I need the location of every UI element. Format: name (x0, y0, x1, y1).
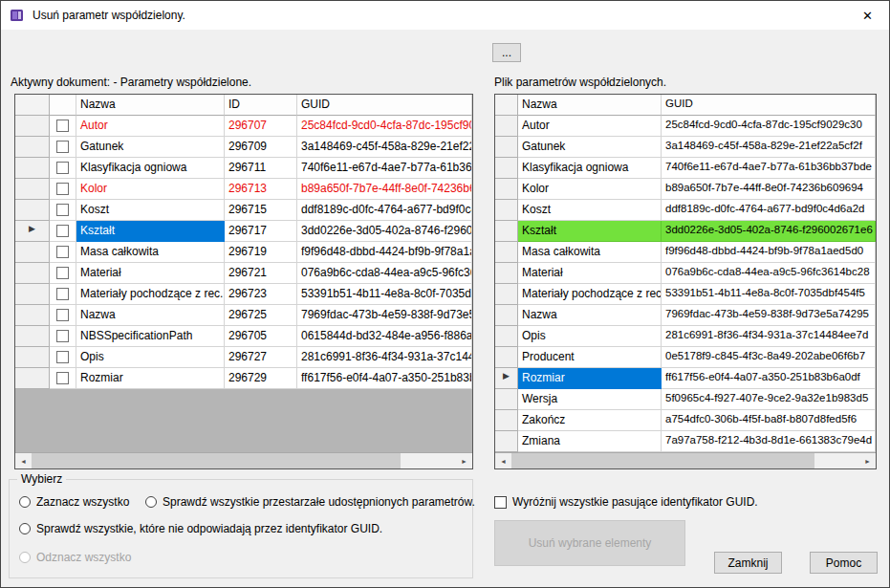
name-cell[interactable]: Materiał (518, 263, 662, 284)
table-row[interactable]: Opis296727281c6991-8f36-4f34-931a-37c144… (15, 347, 472, 368)
guid-cell[interactable]: 076a9b6c-cda8-44ea-a9c5-96fc3614bc28 (662, 263, 876, 284)
name-cell[interactable]: Materiały pochodzące z rec... (518, 284, 662, 305)
guid-cell[interactable]: 53391b51-4b11-4e8a-8c0f-7035dbf45... (297, 284, 472, 305)
name-cell[interactable]: Kolor (518, 179, 662, 200)
guid-cell[interactable]: 3a148469-c45f-458a-829e-21ef22a5cf2f (662, 137, 876, 158)
row-checkbox-cell[interactable] (50, 284, 76, 305)
guid-cell[interactable]: 7969fdac-473b-4e59-838f-9d73e5a74295 (662, 305, 876, 326)
row-header-cell[interactable] (495, 179, 518, 200)
guid-cell[interactable]: 25c84fcd-9cd0-4cfa-87dc-195cf9029c30 (662, 116, 876, 137)
id-cell[interactable]: 296705 (225, 326, 297, 347)
scrollbar-thumb[interactable] (511, 453, 814, 468)
guid-cell[interactable]: 3a148469-c45f-458a-829e-21ef22a5cf2f (297, 137, 472, 158)
row-header-cell[interactable] (15, 137, 50, 158)
guid-cell[interactable]: 7969fdac-473b-4e59-838f-9d73e5a74... (297, 305, 472, 326)
id-cell[interactable]: 296729 (225, 368, 297, 389)
table-row[interactable]: Nazwa2967257969fdac-473b-4e59-838f-9d73e… (15, 305, 472, 326)
row-checkbox[interactable] (56, 267, 69, 279)
table-row[interactable]: Autor25c84fcd-9cd0-4cfa-87dc-195cf9029c3… (495, 116, 876, 137)
table-row[interactable]: Materiały pochodzące z rec...53391b51-4b… (495, 284, 876, 305)
row-header-cell[interactable] (15, 284, 50, 305)
row-header-cell[interactable] (15, 116, 50, 137)
name-cell[interactable]: Rozmiar (76, 368, 225, 389)
row-header-cell[interactable] (495, 284, 518, 305)
table-row[interactable]: Materiał296721076a9b6c-cda8-44ea-a9c5-96… (15, 263, 472, 284)
left-horizontal-scrollbar[interactable]: ◄ ► (15, 452, 472, 468)
row-checkbox[interactable] (56, 351, 69, 363)
column-header-id[interactable]: ID (225, 95, 297, 116)
row-header-cell[interactable] (495, 158, 518, 179)
close-dialog-button[interactable]: Zamknij (714, 552, 782, 574)
id-cell[interactable]: 296727 (225, 347, 297, 368)
guid-cell[interactable]: 281c6991-8f36-4f34-931a-37c14484e... (297, 347, 472, 368)
table-row[interactable]: Producent0e5178f9-c845-4f3c-8a49-202abe0… (495, 347, 876, 368)
name-cell[interactable]: Kształt (76, 221, 225, 242)
name-cell[interactable]: Zmiana (518, 431, 662, 452)
table-row[interactable]: Klasyfikacja ogniowa296711740f6e11-e67d-… (15, 158, 472, 179)
scrollbar-track[interactable] (511, 453, 859, 468)
guid-cell[interactable]: 53391b51-4b11-4e8a-8c0f-7035dbf454f5 (662, 284, 876, 305)
table-row[interactable]: ▶Kształt2967173dd0226e-3d05-402a-8746-f2… (15, 221, 472, 242)
table-row[interactable]: NBSSpecificationPath2967050615844d-bd32-… (15, 326, 472, 347)
table-row[interactable]: Materiał076a9b6c-cda8-44ea-a9c5-96fc3614… (495, 263, 876, 284)
row-checkbox-cell[interactable] (50, 179, 76, 200)
row-header-cell[interactable] (495, 305, 518, 326)
radio-zaznacz-wszystko[interactable]: Zaznacz wszystko (19, 495, 129, 509)
id-cell[interactable]: 296715 (225, 200, 297, 221)
name-cell[interactable]: Masa całkowita (76, 242, 225, 263)
guid-cell[interactable]: ff617f56-e0f4-4a07-a350-251b83b6a0df (662, 368, 876, 389)
row-checkbox[interactable] (56, 225, 69, 237)
row-header-cell[interactable]: ▶ (15, 221, 50, 242)
table-row[interactable]: Klasyfikacja ogniowa740f6e11-e67d-4ae7-b… (495, 158, 876, 179)
row-header-cell[interactable] (15, 305, 50, 326)
row-header-cell[interactable] (495, 200, 518, 221)
scroll-left-icon[interactable]: ◄ (495, 453, 511, 468)
table-row[interactable]: Kolor296713b89a650f-7b7e-44ff-8e0f-74236… (15, 179, 472, 200)
table-row[interactable]: Kosztddf8189c-d0fc-4764-a677-bd9f0c4d6a2… (495, 200, 876, 221)
row-header-cell[interactable] (15, 347, 50, 368)
row-checkbox[interactable] (56, 162, 69, 174)
table-row[interactable]: Koszt296715ddf8189c-d0fc-4764-a677-bd9f0… (15, 200, 472, 221)
row-checkbox-cell[interactable] (50, 326, 76, 347)
table-row[interactable]: Wersja5f0965c4-f927-407e-9ce2-9a32e1b983… (495, 389, 876, 410)
row-checkbox-cell[interactable] (50, 368, 76, 389)
table-row[interactable]: Kształt3dd0226e-3d05-402a-8746-f29600267… (495, 221, 876, 242)
row-checkbox-cell[interactable] (50, 200, 76, 221)
row-header-cell[interactable] (15, 200, 50, 221)
row-checkbox-cell[interactable] (50, 116, 76, 137)
guid-cell[interactable]: f9f96d48-dbbd-4424-bf9b-9f78a1aed5d0 (297, 242, 472, 263)
row-checkbox-cell[interactable] (50, 242, 76, 263)
guid-cell[interactable]: 740f6e11-e67d-4ae7-b77a-61b36bb37... (297, 158, 472, 179)
radio-sprawdz-guid[interactable]: Sprawdź wszystkie, które nie odpowiadają… (19, 522, 382, 535)
guid-cell[interactable]: 076a9b6c-cda8-44ea-a9c5-96fc3614b... (297, 263, 472, 284)
close-button[interactable]: ✕ (846, 1, 889, 30)
row-checkbox-cell[interactable] (50, 158, 76, 179)
row-checkbox[interactable] (56, 204, 69, 216)
row-checkbox[interactable] (56, 246, 69, 258)
name-cell[interactable]: Koszt (518, 200, 662, 221)
right-horizontal-scrollbar[interactable]: ◄ ► (495, 452, 876, 468)
name-cell[interactable]: Gatunek (518, 137, 662, 158)
column-header-nazwa[interactable]: Nazwa (518, 95, 662, 116)
name-cell[interactable]: NBSSpecificationPath (76, 326, 225, 347)
name-cell[interactable]: Wersja (518, 389, 662, 410)
row-header-cell[interactable] (15, 368, 50, 389)
scroll-right-icon[interactable]: ► (859, 453, 876, 468)
scrollbar-track[interactable] (32, 453, 456, 468)
table-row[interactable]: Opis281c6991-8f36-4f34-931a-37c14484ee7d (495, 326, 876, 347)
row-checkbox[interactable] (56, 183, 69, 195)
table-row[interactable]: Kolorb89a650f-7b7e-44ff-8e0f-74236b60969… (495, 179, 876, 200)
column-header-guid[interactable]: GUID (297, 95, 472, 116)
table-row[interactable]: Masa całkowita296719f9f96d48-dbbd-4424-b… (15, 242, 472, 263)
column-header-guid[interactable]: GUID (662, 95, 876, 116)
guid-cell[interactable]: 281c6991-8f36-4f34-931a-37c14484ee7d (662, 326, 876, 347)
name-cell[interactable]: Koszt (76, 200, 225, 221)
name-cell[interactable]: Materiały pochodzące z rec... (76, 284, 225, 305)
id-cell[interactable]: 296713 (225, 179, 297, 200)
name-cell[interactable]: Klasyfikacja ogniowa (518, 158, 662, 179)
name-cell[interactable]: Rozmiar (518, 368, 662, 389)
row-header-cell[interactable] (15, 263, 50, 284)
name-cell[interactable]: Opis (518, 326, 662, 347)
table-row[interactable]: Gatunek3a148469-c45f-458a-829e-21ef22a5c… (495, 137, 876, 158)
row-header-cell[interactable] (495, 263, 518, 284)
